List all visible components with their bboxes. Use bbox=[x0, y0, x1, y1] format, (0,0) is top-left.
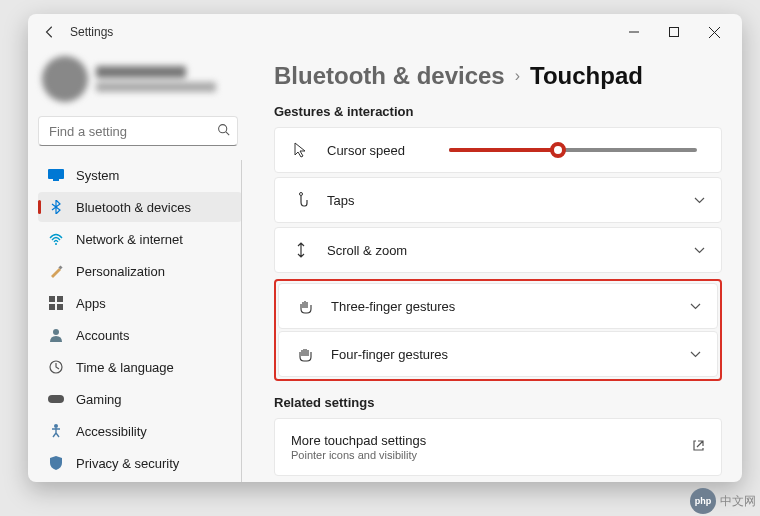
cursor-speed-slider[interactable] bbox=[449, 148, 697, 152]
svg-rect-1 bbox=[670, 28, 679, 37]
bluetooth-icon bbox=[48, 199, 64, 215]
taps-label: Taps bbox=[327, 193, 354, 208]
highlight-annotation: Three-finger gestures Four-finger gestur… bbox=[274, 279, 722, 381]
section-gestures-title: Gestures & interaction bbox=[274, 104, 722, 119]
search-box[interactable] bbox=[38, 116, 238, 146]
system-icon bbox=[48, 167, 64, 183]
network-icon bbox=[48, 231, 64, 247]
sidebar: System Bluetooth & devices Network & int… bbox=[28, 50, 246, 482]
cursor-speed-row[interactable]: Cursor speed bbox=[274, 127, 722, 173]
avatar bbox=[42, 56, 88, 102]
sidebar-item-bluetooth[interactable]: Bluetooth & devices bbox=[38, 192, 242, 222]
chevron-down-icon bbox=[694, 244, 705, 256]
cursor-icon bbox=[291, 142, 311, 158]
gaming-icon bbox=[48, 391, 64, 407]
main-content: Bluetooth & devices › Touchpad Gestures … bbox=[246, 50, 742, 482]
accessibility-icon bbox=[48, 423, 64, 439]
svg-point-4 bbox=[219, 125, 227, 133]
scroll-zoom-label: Scroll & zoom bbox=[327, 243, 407, 258]
sidebar-item-accounts[interactable]: Accounts bbox=[38, 320, 242, 350]
sidebar-item-label: Privacy & security bbox=[76, 456, 179, 471]
settings-window: Settings bbox=[28, 14, 742, 482]
three-finger-icon bbox=[295, 298, 315, 314]
more-touchpad-sub: Pointer icons and visibility bbox=[291, 449, 676, 461]
chevron-down-icon bbox=[690, 300, 701, 312]
svg-rect-6 bbox=[48, 169, 64, 179]
section-related-title: Related settings bbox=[274, 395, 722, 410]
svg-rect-11 bbox=[57, 296, 63, 302]
more-touchpad-label: More touchpad settings bbox=[291, 433, 676, 448]
minimize-button[interactable] bbox=[614, 16, 654, 48]
watermark-logo: php bbox=[690, 488, 716, 514]
scroll-zoom-row[interactable]: Scroll & zoom bbox=[274, 227, 722, 273]
chevron-down-icon bbox=[690, 348, 701, 360]
nav-list: System Bluetooth & devices Network & int… bbox=[38, 160, 242, 482]
sidebar-item-accessibility[interactable]: Accessibility bbox=[38, 416, 242, 446]
watermark-text: 中文网 bbox=[720, 493, 756, 510]
sidebar-item-label: Personalization bbox=[76, 264, 165, 279]
maximize-button[interactable] bbox=[654, 16, 694, 48]
close-button[interactable] bbox=[694, 16, 734, 48]
breadcrumb-parent[interactable]: Bluetooth & devices bbox=[274, 62, 505, 90]
sidebar-item-personalization[interactable]: Personalization bbox=[38, 256, 242, 286]
svg-point-8 bbox=[55, 243, 57, 245]
three-finger-row[interactable]: Three-finger gestures bbox=[278, 283, 718, 329]
sidebar-item-gaming[interactable]: Gaming bbox=[38, 384, 242, 414]
more-touchpad-row[interactable]: More touchpad settings Pointer icons and… bbox=[274, 418, 722, 476]
svg-rect-13 bbox=[57, 304, 63, 310]
search-input[interactable] bbox=[49, 124, 217, 139]
external-link-icon bbox=[692, 439, 705, 455]
sidebar-item-label: Gaming bbox=[76, 392, 122, 407]
user-profile[interactable] bbox=[38, 52, 242, 106]
four-finger-row[interactable]: Four-finger gestures bbox=[278, 331, 718, 377]
svg-point-18 bbox=[300, 193, 303, 196]
sidebar-item-network[interactable]: Network & internet bbox=[38, 224, 242, 254]
svg-point-17 bbox=[54, 424, 58, 428]
page-title: Touchpad bbox=[530, 62, 643, 90]
sidebar-item-privacy[interactable]: Privacy & security bbox=[38, 448, 242, 478]
chevron-right-icon: › bbox=[515, 67, 520, 85]
taps-row[interactable]: Taps bbox=[274, 177, 722, 223]
time-icon bbox=[48, 359, 64, 375]
slider-thumb[interactable] bbox=[550, 142, 566, 158]
svg-rect-16 bbox=[48, 395, 64, 403]
breadcrumb: Bluetooth & devices › Touchpad bbox=[274, 62, 722, 90]
svg-rect-7 bbox=[53, 179, 59, 181]
watermark: php 中文网 bbox=[690, 488, 756, 514]
apps-icon bbox=[48, 295, 64, 311]
sidebar-item-time[interactable]: Time & language bbox=[38, 352, 242, 382]
chevron-down-icon bbox=[694, 194, 705, 206]
sidebar-item-label: Network & internet bbox=[76, 232, 183, 247]
window-title: Settings bbox=[70, 25, 113, 39]
svg-line-5 bbox=[226, 132, 229, 135]
sidebar-item-system[interactable]: System bbox=[38, 160, 242, 190]
svg-rect-12 bbox=[49, 304, 55, 310]
sidebar-item-label: Apps bbox=[76, 296, 106, 311]
personalization-icon bbox=[48, 263, 64, 279]
sidebar-item-label: Bluetooth & devices bbox=[76, 200, 191, 215]
back-button[interactable] bbox=[36, 18, 64, 46]
sidebar-item-label: System bbox=[76, 168, 119, 183]
scroll-icon bbox=[291, 242, 311, 258]
three-finger-label: Three-finger gestures bbox=[331, 299, 455, 314]
sidebar-item-update[interactable]: Windows Update bbox=[38, 480, 242, 482]
four-finger-label: Four-finger gestures bbox=[331, 347, 448, 362]
titlebar: Settings bbox=[28, 14, 742, 50]
tap-icon bbox=[291, 192, 311, 208]
sidebar-item-label: Accessibility bbox=[76, 424, 147, 439]
search-icon bbox=[217, 123, 230, 139]
four-finger-icon bbox=[295, 346, 315, 362]
sidebar-item-apps[interactable]: Apps bbox=[38, 288, 242, 318]
cursor-speed-label: Cursor speed bbox=[327, 143, 405, 158]
shield-icon bbox=[48, 455, 64, 471]
accounts-icon bbox=[48, 327, 64, 343]
sidebar-item-label: Time & language bbox=[76, 360, 174, 375]
sidebar-item-label: Accounts bbox=[76, 328, 129, 343]
svg-point-14 bbox=[53, 329, 59, 335]
svg-rect-10 bbox=[49, 296, 55, 302]
